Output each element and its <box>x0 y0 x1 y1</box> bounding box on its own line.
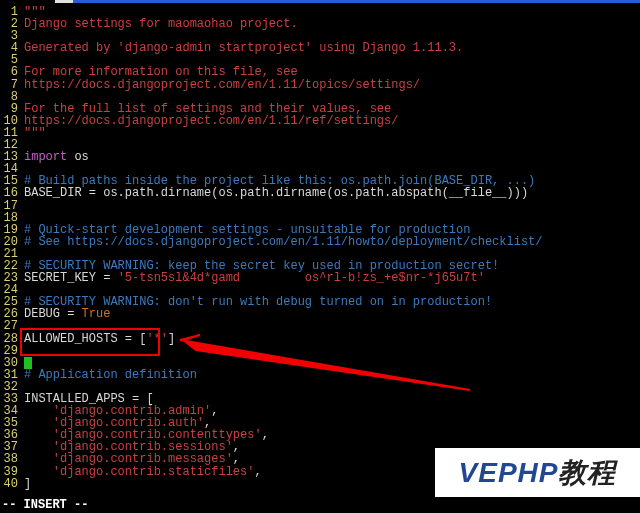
code-line[interactable]: 26DEBUG = True <box>0 308 640 320</box>
code-content: SECRET_KEY = '5-tsn5sl&4d*gamd os^rl-b!z… <box>24 272 640 284</box>
line-number: 29 <box>0 345 18 357</box>
code-lines: 1"""2Django settings for maomaohao proje… <box>0 6 640 490</box>
code-content: # SECURITY WARNING: don't run with debug… <box>24 296 640 308</box>
code-content: https://docs.djangoproject.com/en/1.11/t… <box>24 79 640 91</box>
watermark-text: VEPHP教程 <box>459 454 617 492</box>
code-content: """ <box>24 127 640 139</box>
code-content: # Application definition <box>24 369 640 381</box>
code-line[interactable]: 4Generated by 'django-admin startproject… <box>0 42 640 54</box>
code-content: ALLOWED_HOSTS = ['*'] <box>24 333 640 345</box>
code-line[interactable]: 29 <box>0 345 640 357</box>
line-number: 8 <box>0 91 18 103</box>
line-number: 30 <box>0 357 18 369</box>
line-number: 16 <box>0 187 18 199</box>
editor-status: -- INSERT -- <box>0 497 640 513</box>
line-number: 7 <box>0 79 18 91</box>
code-line[interactable]: 23SECRET_KEY = '5-tsn5sl&4d*gamd os^rl-b… <box>0 272 640 284</box>
tab-bar <box>55 0 640 3</box>
code-line[interactable]: 12 <box>0 139 640 151</box>
code-line[interactable]: 7https://docs.djangoproject.com/en/1.11/… <box>0 79 640 91</box>
line-number: 40 <box>0 478 18 490</box>
code-line[interactable]: 10https://docs.djangoproject.com/en/1.11… <box>0 115 640 127</box>
line-number: 19 <box>0 224 18 236</box>
line-number: 39 <box>0 466 18 478</box>
code-content: # See https://docs.djangoproject.com/en/… <box>24 236 640 248</box>
line-number: 6 <box>0 66 18 78</box>
watermark-badge: VEPHP教程 <box>435 448 640 498</box>
code-line[interactable]: 31# Application definition <box>0 369 640 381</box>
code-content: https://docs.djangoproject.com/en/1.11/r… <box>24 115 640 127</box>
code-line[interactable]: 13import os <box>0 151 640 163</box>
code-editor[interactable]: 1"""2Django settings for maomaohao proje… <box>0 0 640 513</box>
code-content: DEBUG = True <box>24 308 640 320</box>
code-line[interactable]: 28ALLOWED_HOSTS = ['*'] <box>0 333 640 345</box>
code-line[interactable]: 2Django settings for maomaohao project. <box>0 18 640 30</box>
code-content: Django settings for maomaohao project. <box>24 18 640 30</box>
line-number: 28 <box>0 333 18 345</box>
code-line[interactable]: 20# See https://docs.djangoproject.com/e… <box>0 236 640 248</box>
line-number: 38 <box>0 453 18 465</box>
line-number: 17 <box>0 200 18 212</box>
line-number: 27 <box>0 320 18 332</box>
code-line[interactable]: 16BASE_DIR = os.path.dirname(os.path.dir… <box>0 187 640 199</box>
line-number: 18 <box>0 212 18 224</box>
code-content: Generated by 'django-admin startproject'… <box>24 42 640 54</box>
code-line[interactable]: 11""" <box>0 127 640 139</box>
code-line[interactable]: 17 <box>0 200 640 212</box>
code-content: BASE_DIR = os.path.dirname(os.path.dirna… <box>24 187 640 199</box>
code-content: import os <box>24 151 640 163</box>
